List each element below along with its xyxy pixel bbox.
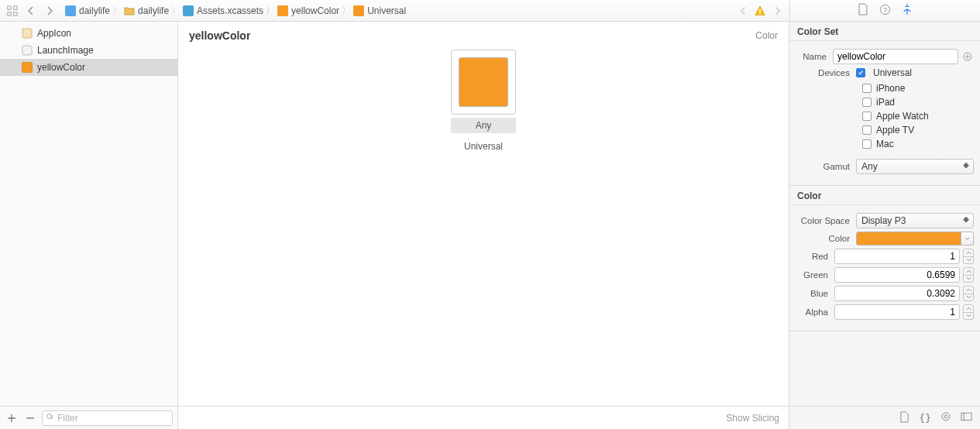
breadcrumb-item-assets[interactable]: Assets.xcassets bbox=[181, 5, 265, 16]
device-label-mac: Mac bbox=[876, 139, 894, 149]
device-label-watch: Apple Watch bbox=[876, 111, 929, 122]
red-stepper[interactable] bbox=[963, 249, 974, 264]
nav-forward-icon[interactable] bbox=[42, 3, 57, 19]
add-asset-button[interactable] bbox=[5, 411, 19, 425]
chevron-right-icon: 〉 bbox=[170, 4, 181, 17]
svg-point-13 bbox=[944, 415, 947, 418]
checkbox-universal[interactable] bbox=[856, 68, 865, 77]
chevron-right-icon: 〉 bbox=[265, 4, 276, 17]
breadcrumb-item-variant[interactable]: Universal bbox=[352, 5, 407, 16]
device-row-ipad: iPad bbox=[796, 95, 974, 109]
device-row-mac: Mac bbox=[796, 137, 974, 151]
color-menu-button[interactable] bbox=[961, 232, 974, 245]
alpha-row: Alpha bbox=[796, 304, 974, 320]
help-inspector-icon[interactable]: ? bbox=[879, 4, 891, 18]
swatch-subtitle: Universal bbox=[464, 141, 503, 152]
launchimage-icon bbox=[22, 45, 33, 56]
checkbox-tv[interactable] bbox=[862, 125, 872, 135]
filter-field[interactable] bbox=[42, 410, 173, 426]
green-stepper[interactable] bbox=[963, 267, 974, 283]
section-title-color: Color bbox=[789, 186, 980, 205]
svg-point-10 bbox=[47, 414, 52, 418]
attributes-inspector-icon[interactable] bbox=[902, 3, 913, 18]
checkbox-watch[interactable] bbox=[862, 112, 872, 121]
checkbox-iphone[interactable] bbox=[862, 84, 872, 93]
name-field[interactable] bbox=[833, 49, 958, 64]
checkbox-mac[interactable] bbox=[862, 139, 872, 149]
footer-braces-icon[interactable]: {} bbox=[919, 412, 931, 424]
filter-input[interactable] bbox=[57, 413, 169, 424]
breadcrumb-item-project[interactable]: dailylife bbox=[64, 5, 112, 16]
color-label: Color bbox=[796, 234, 856, 243]
blue-stepper[interactable] bbox=[963, 286, 974, 301]
editor-footer: Show Slicing bbox=[178, 406, 789, 429]
blue-row: Blue bbox=[796, 286, 974, 301]
red-input[interactable] bbox=[839, 251, 955, 262]
blue-label: Blue bbox=[796, 289, 834, 298]
top-bar-left: dailylife 〉 dailylife 〉 Assets.xcassets … bbox=[0, 0, 789, 21]
svg-rect-5 bbox=[759, 12, 760, 13]
related-items-icon[interactable] bbox=[5, 3, 20, 19]
device-row-iphone: iPhone bbox=[796, 81, 974, 95]
footer-panel-icon[interactable] bbox=[961, 412, 972, 424]
top-bar-icons bbox=[0, 3, 62, 19]
stepper-up-icon[interactable] bbox=[964, 287, 973, 294]
warning-icon[interactable] bbox=[752, 3, 768, 19]
device-label-tv: Apple TV bbox=[876, 125, 914, 136]
alpha-label: Alpha bbox=[796, 307, 834, 317]
nav-back-icon[interactable] bbox=[23, 3, 39, 19]
asset-item-label: AppIcon bbox=[37, 28, 71, 39]
swatch-tag: Any bbox=[451, 118, 516, 133]
red-row: Red bbox=[796, 249, 974, 264]
remove-asset-button[interactable] bbox=[23, 411, 37, 425]
stepper-down-icon[interactable] bbox=[964, 276, 973, 283]
svg-rect-1 bbox=[14, 5, 17, 9]
stepper-up-icon[interactable] bbox=[964, 268, 973, 276]
editor-title: yellowColor bbox=[189, 29, 755, 42]
svg-rect-4 bbox=[759, 9, 760, 12]
svg-rect-2 bbox=[8, 12, 11, 15]
gamut-dropdown[interactable]: Any bbox=[856, 159, 974, 174]
stepper-down-icon[interactable] bbox=[964, 294, 973, 301]
asset-list: AppIcon LaunchImage yellowColor bbox=[0, 22, 177, 406]
color-row: Color bbox=[796, 232, 974, 245]
green-field[interactable] bbox=[834, 267, 960, 283]
green-input[interactable] bbox=[839, 269, 955, 280]
alpha-input[interactable] bbox=[839, 307, 955, 317]
blue-field[interactable] bbox=[834, 286, 960, 301]
issue-back-icon[interactable] bbox=[735, 3, 751, 19]
name-input[interactable] bbox=[837, 51, 954, 62]
breadcrumb-label: Assets.xcassets bbox=[197, 5, 263, 16]
asset-item-yellowcolor[interactable]: yellowColor bbox=[0, 59, 177, 76]
sidebar-footer bbox=[0, 406, 177, 429]
colorspace-dropdown[interactable]: Display P3 bbox=[856, 213, 974, 228]
breadcrumb-item-colorset[interactable]: yellowColor bbox=[276, 5, 341, 16]
file-inspector-icon[interactable] bbox=[858, 3, 868, 18]
stepper-down-icon[interactable] bbox=[964, 257, 973, 264]
footer-circle-icon[interactable] bbox=[940, 411, 951, 424]
blue-input[interactable] bbox=[839, 288, 955, 299]
breadcrumb-item-group[interactable]: dailylife bbox=[122, 5, 170, 16]
footer-doc-icon[interactable] bbox=[899, 411, 910, 425]
name-add-button[interactable] bbox=[961, 50, 974, 63]
asset-item-launchimage[interactable]: LaunchImage bbox=[0, 42, 177, 59]
device-label-iphone: iPhone bbox=[876, 83, 905, 94]
colorspace-value: Display P3 bbox=[861, 215, 906, 226]
asset-item-appicon[interactable]: AppIcon bbox=[0, 25, 177, 42]
issue-forward-icon[interactable] bbox=[769, 3, 785, 19]
color-bar[interactable] bbox=[856, 232, 961, 245]
svg-rect-8 bbox=[22, 29, 32, 38]
stepper-up-icon[interactable] bbox=[964, 249, 973, 257]
device-row-tv: Apple TV bbox=[796, 123, 974, 137]
alpha-stepper[interactable] bbox=[963, 304, 974, 320]
stepper-down-icon[interactable] bbox=[964, 313, 973, 320]
red-field[interactable] bbox=[834, 249, 960, 264]
device-label-universal: Universal bbox=[873, 67, 912, 78]
checkbox-ipad[interactable] bbox=[862, 98, 872, 107]
green-row: Green bbox=[796, 267, 974, 283]
show-slicing-button[interactable]: Show Slicing bbox=[726, 413, 779, 424]
stepper-up-icon[interactable] bbox=[964, 305, 973, 313]
alpha-field[interactable] bbox=[834, 304, 960, 320]
name-row: Name bbox=[796, 49, 974, 64]
color-well[interactable]: Any Universal bbox=[451, 50, 516, 152]
